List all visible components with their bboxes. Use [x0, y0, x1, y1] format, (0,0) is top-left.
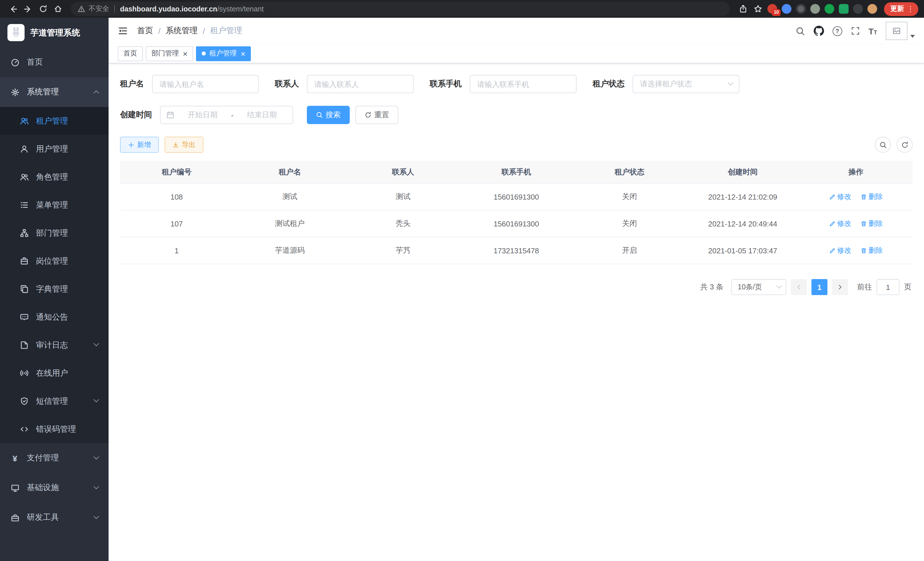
sidebar-item-payment[interactable]: ¥ 支付管理 — [0, 443, 109, 473]
sidebar-item-home[interactable]: 首页 — [0, 47, 109, 77]
sidebar-item-online-users[interactable]: 在线用户 — [0, 359, 109, 387]
delete-link[interactable]: 删除 — [861, 192, 883, 202]
sidebar-item-label: 租户管理 — [36, 116, 68, 126]
logo-avatar — [8, 24, 25, 41]
sidebar-item-label: 系统管理 — [27, 87, 59, 97]
chevron-down-icon — [728, 80, 734, 85]
browser-home-button[interactable] — [50, 2, 65, 16]
toggle-search-button[interactable] — [875, 137, 891, 153]
extension-icon-6[interactable] — [839, 4, 849, 14]
export-button[interactable]: 导出 — [165, 137, 203, 153]
reset-button[interactable]: 重置 — [356, 106, 398, 124]
filter-status: 租户状态 请选择租户状态 — [592, 75, 740, 93]
cell-tenant-id: 108 — [120, 193, 233, 201]
font-size-icon[interactable]: TT — [868, 27, 877, 35]
sidebar-item-error-code[interactable]: 错误码管理 — [0, 415, 109, 443]
cell-created-at: 2021-12-14 20:49:44 — [686, 219, 799, 228]
col-tenant-name: 租户名 — [233, 167, 346, 177]
col-created-at: 创建时间 — [686, 167, 799, 177]
col-mobile: 联系手机 — [460, 167, 573, 177]
extension-icon-1[interactable]: 10 — [767, 4, 777, 14]
broadcast-icon — [20, 369, 28, 378]
prev-page-button[interactable] — [791, 279, 807, 295]
sidebar-item-notice[interactable]: 通知公告 — [0, 303, 109, 331]
sidebar-item-tenant[interactable]: 租户管理 — [0, 107, 109, 135]
sidebar-item-audit-log[interactable]: 审计日志 — [0, 331, 109, 359]
tab-home[interactable]: 首页 — [118, 46, 143, 61]
sidebar-item-role[interactable]: 角色管理 — [0, 163, 109, 191]
sidebar-item-dict[interactable]: 字典管理 — [0, 275, 109, 303]
fullscreen-icon[interactable] — [850, 26, 860, 35]
extension-icon-5[interactable] — [825, 4, 834, 14]
github-icon[interactable] — [813, 26, 824, 36]
avatar-broken-image — [886, 22, 908, 40]
page-size-select[interactable]: 10条/页 — [731, 279, 786, 295]
extension-icon-4[interactable] — [810, 4, 820, 14]
sidebar-item-infra[interactable]: 基础设施 — [0, 473, 109, 503]
trash-icon — [861, 220, 867, 227]
breadcrumb-home[interactable]: 首页 — [137, 26, 153, 36]
kebab-menu-icon: ⋮ — [907, 5, 914, 13]
browser-update-button[interactable]: 更新 ⋮ — [884, 2, 918, 16]
status-select[interactable]: 请选择租户状态 — [633, 75, 740, 93]
col-contact: 联系人 — [346, 167, 460, 177]
cell-mobile: 17321315478 — [460, 246, 573, 255]
browser-back-button[interactable] — [6, 2, 21, 16]
extension-icon-2[interactable] — [782, 4, 791, 14]
edit-link[interactable]: 修改 — [829, 219, 851, 229]
delete-link[interactable]: 删除 — [861, 246, 883, 255]
tab-dept[interactable]: 部门管理 × — [146, 46, 193, 61]
code-icon — [20, 425, 28, 433]
sidebar-item-user[interactable]: 用户管理 — [0, 135, 109, 163]
extensions-puzzle-icon[interactable] — [853, 4, 863, 14]
url-path: /system/tenant — [217, 5, 264, 13]
profile-avatar-icon[interactable] — [867, 4, 877, 14]
edit-link[interactable]: 修改 — [829, 246, 851, 255]
edit-link[interactable]: 修改 — [829, 192, 851, 202]
mobile-input[interactable] — [470, 75, 577, 93]
contact-label: 联系人 — [275, 79, 299, 89]
cell-tenant-name: 芋道源码 — [233, 245, 346, 256]
tab-tenant[interactable]: 租户管理 × — [196, 46, 251, 61]
address-bar[interactable]: 不安全 dashboard.yudao.iocoder.cn/system/te… — [71, 2, 730, 16]
sidebar-item-dept[interactable]: 部门管理 — [0, 219, 109, 247]
sidebar-collapse-icon[interactable] — [118, 26, 128, 36]
sidebar-item-menu[interactable]: 菜单管理 — [0, 191, 109, 219]
delete-link[interactable]: 删除 — [861, 219, 883, 229]
next-page-button[interactable] — [832, 279, 848, 295]
search-icon — [879, 141, 886, 148]
browser-forward-button[interactable] — [21, 2, 35, 16]
refresh-table-button[interactable] — [897, 137, 913, 153]
security-warning-icon — [78, 5, 85, 13]
add-button[interactable]: 新增 — [120, 137, 159, 153]
extension-badge: 10 — [772, 9, 781, 16]
browser-refresh-button[interactable] — [35, 2, 50, 16]
search-button[interactable]: 搜索 — [307, 106, 350, 124]
chevron-down-icon — [93, 453, 99, 459]
sidebar-item-label: 研发工具 — [27, 512, 59, 523]
pagination-total: 共 3 条 — [700, 282, 723, 292]
extension-icon-3[interactable] — [796, 4, 806, 14]
app-logo[interactable]: 芋道管理系统 — [0, 18, 109, 47]
sidebar-item-system[interactable]: 系统管理 — [0, 77, 109, 107]
search-icon[interactable] — [795, 26, 805, 36]
people-icon — [20, 117, 28, 125]
tab-label: 首页 — [123, 49, 137, 58]
goto-page-input[interactable] — [877, 279, 899, 295]
sidebar-item-sms[interactable]: 短信管理 — [0, 387, 109, 415]
page-number-button[interactable]: 1 — [812, 279, 827, 295]
close-icon[interactable]: × — [183, 50, 188, 57]
close-icon[interactable]: × — [241, 50, 245, 57]
user-avatar-dropdown[interactable] — [886, 22, 915, 40]
bookmark-star-icon[interactable] — [750, 2, 765, 16]
sidebar-item-post[interactable]: 岗位管理 — [0, 247, 109, 275]
date-range-picker[interactable]: 开始日期 - 结束日期 — [160, 106, 293, 124]
sidebar-item-devtools[interactable]: 研发工具 — [0, 503, 109, 532]
share-icon[interactable] — [735, 2, 750, 16]
contact-input[interactable] — [307, 75, 414, 93]
help-icon[interactable]: ? — [832, 26, 842, 36]
cell-created-at: 2021-01-05 17:03:47 — [686, 246, 799, 255]
tenant-name-input[interactable] — [152, 75, 259, 93]
chevron-down-icon — [776, 283, 782, 288]
breadcrumb-system[interactable]: 系统管理 — [166, 26, 198, 36]
